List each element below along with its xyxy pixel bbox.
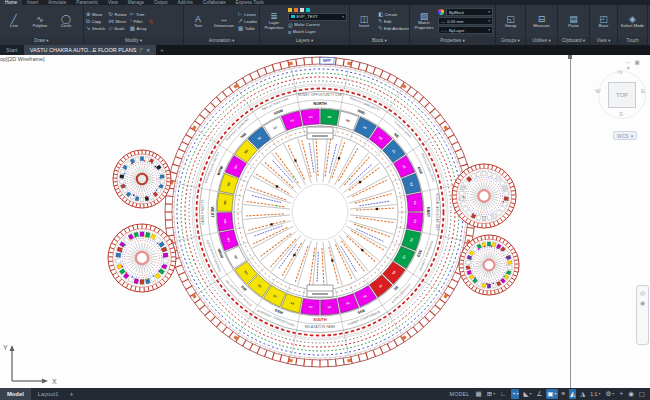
- viewcube-north[interactable]: N: [618, 69, 622, 75]
- linear-button[interactable]: ⊢Linear: [238, 11, 257, 17]
- annotation-visibility-icon[interactable]: ◭: [569, 389, 576, 399]
- group-button[interactable]: ◱Group: [499, 14, 523, 29]
- navigation-bar[interactable]: ◎ ◉: [636, 285, 649, 345]
- table-icon: ▦: [238, 25, 243, 31]
- panel-label-block[interactable]: Block ▾: [350, 37, 409, 45]
- move-icon: ⊕: [86, 11, 91, 17]
- base-button[interactable]: ◰Base: [592, 14, 616, 29]
- table-button[interactable]: ▦Table: [238, 25, 257, 31]
- viewcube-west[interactable]: W: [595, 88, 601, 94]
- edit-button[interactable]: ✎Edit: [378, 18, 409, 24]
- line-button[interactable]: ╱Line: [2, 14, 26, 29]
- fillet-button[interactable]: ◝Fillet: [130, 18, 147, 25]
- isolate-objects-icon[interactable]: +: [618, 389, 624, 399]
- viewport-divider[interactable]: [570, 55, 571, 388]
- leader-icon: ↗: [238, 18, 243, 24]
- bulb-icon[interactable]: [288, 8, 292, 12]
- panel-label-groups[interactable]: Groups ▾: [496, 37, 525, 45]
- snap-icon[interactable]: ⊞▾: [486, 389, 496, 399]
- dimension-button[interactable]: ↔Dimension: [212, 14, 236, 29]
- text-button[interactable]: AText: [186, 14, 210, 29]
- lineweight-icon[interactable]: ≡: [561, 389, 567, 399]
- wcs-dropdown[interactable]: WCS▾: [613, 131, 637, 140]
- panel-label-draw[interactable]: Draw ▾: [0, 37, 83, 45]
- panel-label-annotation[interactable]: Annotation ▾: [184, 37, 259, 45]
- panel-label-touch[interactable]: Touch: [618, 37, 647, 45]
- new-drawing-tab-button[interactable]: +: [156, 45, 168, 55]
- leader-button[interactable]: ↗Leader: [238, 18, 257, 24]
- panel-label-properties[interactable]: Properties ▾: [410, 37, 495, 45]
- object-snap-icon[interactable]: ▣▾: [546, 389, 557, 399]
- panel-label-layers[interactable]: Layers ▾: [260, 37, 349, 45]
- stretch-button[interactable]: ↘Stretch: [86, 25, 105, 32]
- polar-tracking-icon[interactable]: ◔▾: [511, 389, 520, 399]
- color-swatch-icon[interactable]: [306, 8, 310, 12]
- polyline-button[interactable]: ∿Polyline: [28, 14, 52, 29]
- settings-gear-icon[interactable]: ⚙▾: [605, 389, 616, 399]
- model-tab[interactable]: Model: [0, 388, 31, 400]
- isodraft-icon[interactable]: ◣▾: [522, 389, 532, 399]
- direction-label: EAST: [426, 207, 430, 218]
- viewcube[interactable]: N S W E TOP: [594, 67, 650, 123]
- panel-label-modify[interactable]: Modify ▾: [84, 37, 183, 45]
- measure-button[interactable]: ⊟Measure: [530, 14, 554, 29]
- mirror-button[interactable]: ⋈Mirror: [108, 18, 126, 25]
- copy-button[interactable]: ⧉Copy: [86, 18, 105, 25]
- ortho-icon[interactable]: ∟: [499, 389, 507, 399]
- annotation-scale[interactable]: 1:1▾: [589, 389, 601, 399]
- model-space-label[interactable]: MODEL: [450, 391, 470, 397]
- paste-button[interactable]: ▤Paste: [562, 14, 586, 29]
- make-current-icon: ◎: [288, 22, 293, 28]
- insert-button[interactable]: ◫Insert: [352, 14, 376, 29]
- layout1-tab[interactable]: Layout1: [31, 388, 66, 400]
- match-properties-button[interactable]: ▨Match Properties: [412, 11, 436, 30]
- annotation-autoscale-icon[interactable]: ◮: [579, 389, 586, 399]
- match-layer-button[interactable]: ≡Match Layer: [288, 29, 347, 35]
- erase-icon[interactable]: ✎: [149, 18, 154, 25]
- move-button[interactable]: ⊕Move: [86, 11, 105, 18]
- zoom-icon[interactable]: ◉: [640, 300, 645, 306]
- circle-button[interactable]: ◯Circle: [54, 14, 78, 29]
- new-layout-button[interactable]: +: [65, 388, 77, 400]
- panel-label-utilities[interactable]: Utilities ▾: [526, 37, 557, 45]
- chevron-down-icon: ▾: [529, 389, 531, 399]
- panel-label-view[interactable]: View ▾: [590, 37, 617, 45]
- chevron-down-icon: ▾: [493, 389, 495, 399]
- viewcube-top-face[interactable]: TOP: [608, 82, 636, 108]
- viewcube-south[interactable]: S: [619, 111, 623, 117]
- graphics-performance-icon[interactable]: ◉: [627, 389, 635, 399]
- file-tab-start[interactable]: Start: [0, 45, 24, 55]
- lineweight-dropdown[interactable]: —0.05 mm▾: [438, 17, 493, 25]
- stretch-icon: ↘: [86, 25, 91, 31]
- ribbon-panel-layers: ≣Layer PropertiesEVP_TEXT▾◎Make Current≡…: [260, 5, 350, 45]
- pan-icon[interactable]: ◎: [640, 290, 645, 296]
- ribbon: HomeInsertAnnotateParametricViewManageOu…: [0, 0, 650, 45]
- object-snap-tracking-icon[interactable]: ∠: [536, 389, 544, 399]
- array-button[interactable]: ▦Array: [130, 25, 147, 32]
- autocad-window: HomeInsertAnnotateParametricViewManageOu…: [0, 0, 650, 400]
- panel-label-clipboard[interactable]: Clipboard ▾: [558, 37, 589, 45]
- layer-properties-button[interactable]: ≣Layer Properties: [262, 11, 286, 30]
- make-current-button[interactable]: ◎Make Current: [288, 22, 347, 28]
- drawing-canvas[interactable]: op][2D Wireframe] MONEY OPPORTUNITY USEN…: [0, 55, 650, 388]
- select-mode-button[interactable]: ◈Select Mode: [621, 14, 645, 29]
- linetype-dropdown[interactable]: –·–ByLayer▾: [438, 26, 493, 34]
- create-button[interactable]: ◧Create: [378, 11, 409, 17]
- edit-attributes-button[interactable]: ✎Edit Attributes: [378, 25, 409, 31]
- grid-icon[interactable]: ▦: [475, 389, 483, 399]
- arc-button[interactable]: ◠Arc: [80, 14, 83, 29]
- viewcube-east[interactable]: E: [641, 88, 645, 94]
- clean-screen-icon[interactable]: ▢: [638, 389, 646, 399]
- object-color-dropdown[interactable]: ByBlock▾: [446, 8, 493, 16]
- freeze-icon[interactable]: [294, 8, 298, 12]
- scale-button[interactable]: ▱Scale: [108, 25, 126, 32]
- rotate-button[interactable]: ↻Rotate: [108, 11, 126, 18]
- lock-icon[interactable]: [300, 8, 304, 12]
- viewport-divider-grip[interactable]: [568, 55, 572, 59]
- color-wheel-icon[interactable]: [438, 9, 444, 15]
- trim-button[interactable]: ✂Trim: [130, 11, 147, 18]
- file-tab-drawing[interactable]: VASTU CHAKRA AUTO...E FLOOR PLANS |* ✕: [24, 45, 157, 55]
- viewport-controls-label[interactable]: op][2D Wireframe]: [0, 56, 45, 62]
- layer-dropdown[interactable]: EVP_TEXT▾: [288, 13, 347, 21]
- close-tab-icon[interactable]: ✕: [146, 47, 150, 53]
